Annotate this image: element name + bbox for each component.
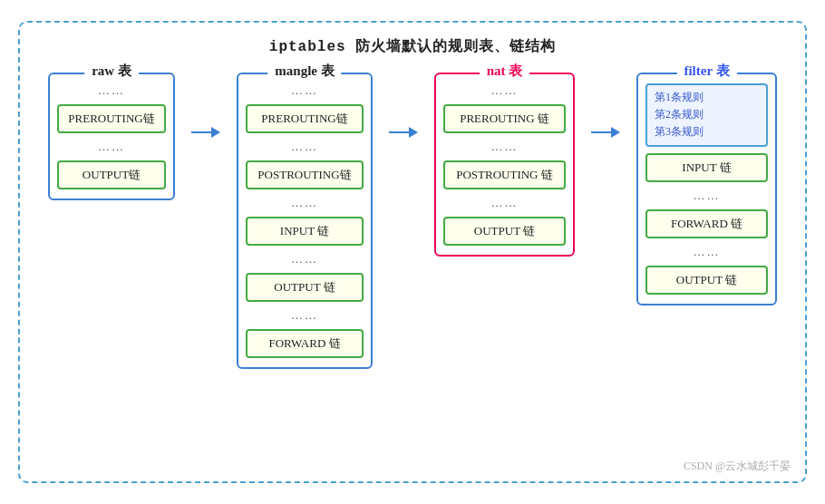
filter-output-chain: OUTPUT 链: [645, 266, 768, 295]
mangle-dots-5: ……: [246, 308, 364, 323]
filter-dots-2: ……: [645, 245, 768, 259]
arrow-shape-3: [591, 127, 620, 138]
arrow-shape-1: [191, 127, 220, 138]
nat-dots-2: ……: [443, 140, 566, 154]
mangle-dots-3: ……: [246, 196, 364, 210]
raw-output-chain: OUTPUT链: [57, 160, 166, 189]
raw-prerouting-chain: PREROUTING链: [57, 104, 166, 133]
title-iptables: iptables: [269, 39, 346, 55]
raw-dots-2: ……: [57, 140, 166, 154]
rule-1: 第1条规则: [655, 89, 759, 106]
nat-table-title: nat 表: [480, 63, 530, 80]
raw-table-title: raw 表: [84, 63, 139, 80]
arrow-head-1: [211, 127, 220, 138]
arrow-head-3: [611, 127, 620, 138]
filter-forward-chain: FORWARD 链: [645, 209, 768, 238]
nat-output-chain: OUTPUT 链: [443, 217, 566, 246]
page-title: iptables 防火墙默认的规则表、链结构: [38, 37, 787, 56]
arrow-line-3: [591, 131, 611, 133]
arrow-shape-2: [389, 127, 418, 138]
rule-3: 第3条规则: [655, 123, 759, 141]
nat-prerouting-chain: PREROUTING 链: [443, 104, 566, 133]
mangle-table-box: mangle 表 …… PREROUTING链 …… POSTROUTING链 …: [237, 73, 373, 369]
nat-dots-1: ……: [443, 83, 566, 98]
filter-rules-box: 第1条规则 第2条规则 第3条规则: [645, 83, 768, 147]
nat-table-box: nat 表 …… PREROUTING 链 …… POSTROUTING 链 ……: [434, 73, 575, 257]
nat-dots-3: ……: [443, 196, 566, 210]
mangle-output-chain: OUTPUT 链: [246, 273, 364, 302]
title-suffix: 防火墙默认的规则表、链结构: [346, 39, 557, 55]
arrow-3: [591, 73, 620, 138]
filter-dots-1: ……: [645, 189, 768, 203]
filter-table-title: filter 表: [676, 63, 736, 80]
mangle-dots-1: ……: [246, 83, 364, 98]
arrow-2: [389, 73, 418, 138]
tables-row: raw 表 …… PREROUTING链 …… OUTPUT链 mangle 表…: [38, 73, 787, 369]
mangle-table-title: mangle 表: [267, 63, 341, 80]
raw-dots-1: ……: [57, 83, 166, 98]
mangle-input-chain: INPUT 链: [246, 217, 364, 246]
mangle-postrouting-chain: POSTROUTING链: [246, 160, 364, 189]
arrow-line-1: [191, 131, 211, 133]
rule-2: 第2条规则: [655, 106, 759, 123]
filter-input-chain: INPUT 链: [645, 153, 768, 182]
raw-table-box: raw 表 …… PREROUTING链 …… OUTPUT链: [48, 73, 175, 200]
filter-table-box: filter 表 第1条规则 第2条规则 第3条规则 INPUT 链 …… FO…: [636, 73, 777, 305]
mangle-dots-4: ……: [246, 252, 364, 267]
mangle-forward-chain: FORWARD 链: [246, 329, 364, 358]
arrow-head-2: [409, 127, 418, 138]
main-container: iptables 防火墙默认的规则表、链结构 raw 表 …… PREROUTI…: [18, 21, 807, 483]
watermark: CSDN @云水城彭千晏: [684, 459, 791, 474]
arrow-line-2: [389, 131, 409, 133]
nat-postrouting-chain: POSTROUTING 链: [443, 160, 566, 189]
arrow-1: [191, 73, 220, 138]
mangle-prerouting-chain: PREROUTING链: [246, 104, 364, 133]
mangle-dots-2: ……: [246, 140, 364, 154]
